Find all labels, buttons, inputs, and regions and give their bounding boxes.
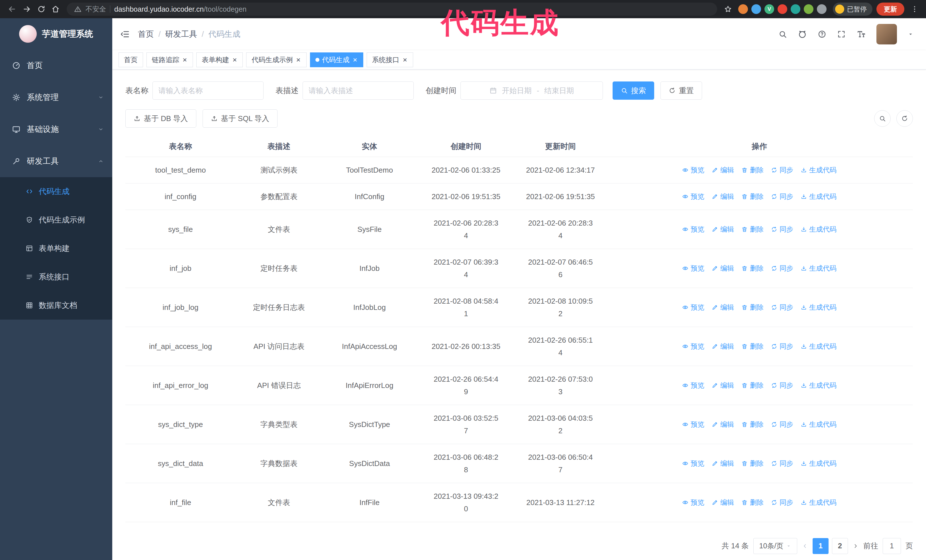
font-size-icon[interactable] (856, 30, 865, 39)
row-action-generate[interactable]: 生成代码 (800, 301, 837, 314)
extension-5-icon[interactable] (791, 4, 800, 14)
row-action-delete[interactable]: 删除 (741, 418, 764, 431)
row-action-sync[interactable]: 同步 (771, 379, 793, 392)
reload-icon[interactable] (37, 5, 45, 14)
back-icon[interactable] (8, 5, 17, 14)
row-action-generate[interactable]: 生成代码 (800, 496, 837, 509)
update-button[interactable]: 更新 (876, 3, 904, 16)
logo[interactable]: 芋道管理系统 (0, 18, 112, 50)
table-desc-input[interactable] (303, 82, 414, 100)
row-action-delete[interactable]: 删除 (741, 301, 764, 314)
sidebar-item-infra[interactable]: 基础设施 (0, 113, 112, 145)
home-icon[interactable] (51, 5, 60, 14)
caret-down-icon[interactable] (908, 31, 914, 37)
page-button-2[interactable]: 2 (832, 538, 848, 554)
row-action-preview[interactable]: 预览 (682, 262, 704, 275)
tab[interactable]: 代码生成 × (310, 53, 363, 67)
row-action-sync[interactable]: 同步 (771, 190, 793, 203)
fullscreen-icon[interactable] (837, 30, 846, 38)
import-sql-button[interactable]: 基于 SQL 导入 (203, 109, 278, 128)
page-button-1[interactable]: 1 (813, 538, 829, 554)
sidebar-subitem-form[interactable]: 表单构建 (0, 234, 112, 263)
row-action-delete[interactable]: 删除 (741, 340, 764, 353)
sidebar-item-dashboard[interactable]: 首页 (0, 50, 112, 82)
sidebar-item-tools[interactable]: 研发工具 (0, 145, 112, 177)
row-action-generate[interactable]: 生成代码 (800, 340, 837, 353)
row-action-sync[interactable]: 同步 (771, 418, 793, 431)
extension-1-icon[interactable] (738, 4, 748, 14)
row-action-sync[interactable]: 同步 (771, 262, 793, 275)
row-action-delete[interactable]: 删除 (741, 496, 764, 509)
row-action-generate[interactable]: 生成代码 (800, 164, 837, 176)
search-icon[interactable] (778, 30, 787, 38)
user-avatar[interactable] (876, 24, 897, 44)
row-action-generate[interactable]: 生成代码 (800, 262, 837, 275)
row-action-edit[interactable]: 编辑 (712, 340, 734, 353)
row-action-preview[interactable]: 预览 (682, 457, 704, 470)
page-size-select[interactable]: 10条/页 (754, 538, 797, 554)
row-action-sync[interactable]: 同步 (771, 340, 793, 353)
tab[interactable]: 链路追踪 × (147, 53, 193, 67)
import-db-button[interactable]: 基于 DB 导入 (126, 109, 196, 128)
row-action-generate[interactable]: 生成代码 (800, 457, 837, 470)
tab[interactable]: 代码生成示例 × (246, 53, 306, 67)
row-action-preview[interactable]: 预览 (682, 164, 704, 176)
row-action-delete[interactable]: 删除 (741, 223, 764, 235)
row-action-delete[interactable]: 删除 (741, 457, 764, 470)
forward-icon[interactable] (22, 5, 31, 14)
toggle-search-button[interactable] (874, 110, 891, 127)
row-action-preview[interactable]: 预览 (682, 418, 704, 431)
profile-paused-badge[interactable]: 已暂停 (833, 3, 872, 16)
breadcrumb-item[interactable]: 研发工具 (165, 29, 197, 39)
tab-close-icon[interactable]: × (182, 56, 188, 63)
tab[interactable]: 系统接口 × (367, 53, 413, 67)
bookmark-star-icon[interactable] (724, 5, 732, 13)
tab-close-icon[interactable]: × (402, 56, 408, 63)
sidebar-item-gear[interactable]: 系统管理 (0, 82, 112, 113)
row-action-preview[interactable]: 预览 (682, 340, 704, 353)
row-action-edit[interactable]: 编辑 (712, 262, 734, 275)
tab-close-icon[interactable]: × (353, 56, 358, 63)
extension-6-icon[interactable] (804, 4, 814, 14)
sidebar-subitem-api[interactable]: 系统接口 (0, 263, 112, 291)
row-action-sync[interactable]: 同步 (771, 457, 793, 470)
search-button[interactable]: 搜索 (613, 82, 654, 100)
row-action-sync[interactable]: 同步 (771, 301, 793, 314)
row-action-preview[interactable]: 预览 (682, 223, 704, 235)
row-action-edit[interactable]: 编辑 (712, 457, 734, 470)
row-action-generate[interactable]: 生成代码 (800, 379, 837, 392)
row-action-sync[interactable]: 同步 (771, 164, 793, 176)
row-action-preview[interactable]: 预览 (682, 190, 704, 203)
table-name-input[interactable] (153, 82, 263, 100)
row-action-delete[interactable]: 删除 (741, 164, 764, 176)
row-action-edit[interactable]: 编辑 (712, 418, 734, 431)
tab-close-icon[interactable]: × (232, 56, 238, 63)
reset-button[interactable]: 重置 (660, 82, 702, 100)
row-action-generate[interactable]: 生成代码 (800, 418, 837, 431)
row-action-delete[interactable]: 删除 (741, 262, 764, 275)
goto-page-input[interactable] (883, 538, 901, 554)
row-action-preview[interactable]: 预览 (682, 379, 704, 392)
row-action-edit[interactable]: 编辑 (712, 496, 734, 509)
date-range-picker[interactable]: 开始日期 - 结束日期 (460, 82, 603, 100)
tab[interactable]: 首页 (118, 53, 143, 67)
row-action-edit[interactable]: 编辑 (712, 223, 734, 235)
github-icon[interactable] (798, 30, 807, 39)
extension-2-icon[interactable] (751, 4, 761, 14)
sidebar-subitem-code[interactable]: 代码生成 (0, 177, 112, 206)
row-action-edit[interactable]: 编辑 (712, 379, 734, 392)
kebab-menu-icon[interactable] (911, 5, 918, 13)
help-icon[interactable] (818, 30, 826, 38)
row-action-edit[interactable]: 编辑 (712, 164, 734, 176)
extension-4-icon[interactable] (778, 4, 787, 14)
row-action-generate[interactable]: 生成代码 (800, 223, 837, 235)
extension-7-icon[interactable] (817, 4, 826, 14)
row-action-delete[interactable]: 删除 (741, 190, 764, 203)
prev-page-button[interactable] (802, 543, 808, 549)
row-action-sync[interactable]: 同步 (771, 223, 793, 235)
sidebar-subitem-db[interactable]: 数据库文档 (0, 291, 112, 320)
row-action-preview[interactable]: 预览 (682, 301, 704, 314)
breadcrumb-item[interactable]: 代码生成 (209, 29, 241, 39)
row-action-sync[interactable]: 同步 (771, 496, 793, 509)
breadcrumb-item[interactable]: 首页 (138, 29, 154, 39)
